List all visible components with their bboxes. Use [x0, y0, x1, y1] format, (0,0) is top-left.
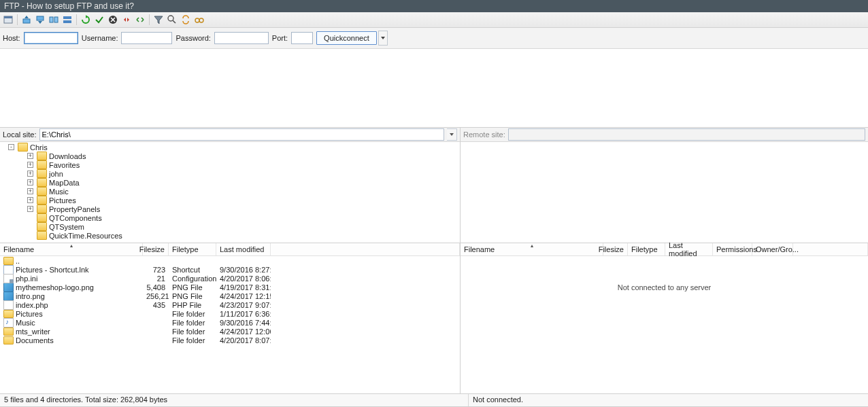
filter-icon[interactable]	[152, 14, 165, 26]
col-filesize[interactable]: Filesize	[603, 243, 628, 255]
expander-icon[interactable]: +	[27, 188, 33, 194]
quickconnect-button[interactable]: Quickconnect	[316, 31, 377, 45]
upload-icon[interactable]	[20, 14, 33, 26]
expander-icon[interactable]: +	[27, 197, 33, 203]
process-icon[interactable]	[93, 14, 105, 26]
col-lastmod[interactable]: Last modified	[665, 243, 713, 255]
tree-item[interactable]: +john	[27, 169, 460, 178]
expander-icon[interactable]: +	[27, 206, 33, 212]
download-icon[interactable]	[34, 14, 46, 26]
main-toolbar	[0, 12, 868, 28]
folder-icon	[37, 152, 47, 160]
password-input[interactable]	[214, 32, 269, 44]
compare-icon[interactable]	[166, 14, 178, 26]
expander-icon[interactable]: +	[27, 171, 33, 177]
tree-item[interactable]: +PropertyPanels	[27, 205, 460, 213]
remote-tree[interactable]	[461, 142, 868, 243]
expander-icon[interactable]: -	[8, 144, 14, 150]
disconnect-icon[interactable]	[120, 14, 133, 26]
reconnect-icon[interactable]	[134, 14, 146, 26]
file-row[interactable]: MusicFile folder9/30/2016 7:44:57 ...	[0, 318, 460, 327]
file-name: ..	[16, 257, 20, 265]
col-lastmod[interactable]: Last modified	[216, 243, 271, 255]
file-name: mts_writer	[16, 328, 50, 336]
username-label: Username:	[82, 34, 118, 42]
local-site-input[interactable]	[39, 128, 444, 141]
tree-item[interactable]: +Downloads	[27, 152, 460, 160]
file-name: Pictures - Shortcut.lnk	[16, 266, 89, 274]
find-icon[interactable]	[193, 14, 205, 26]
svg-rect-1	[4, 16, 12, 18]
tree-item[interactable]: +Pictures	[27, 196, 460, 205]
tree-item[interactable]: QuickTime.Resources	[27, 231, 460, 240]
sync-browse-icon[interactable]	[180, 14, 192, 26]
col-filename[interactable]: Filename▴	[0, 243, 143, 255]
file-row[interactable]: mts_writerFile folder4/24/2017 12:06:54.…	[0, 327, 460, 336]
file-mod: 4/24/2017 12:15:04...	[216, 292, 271, 300]
music-icon	[3, 318, 14, 328]
col-owner[interactable]: Owner/Gro...	[752, 243, 793, 255]
file-row[interactable]: DocumentsFile folder4/20/2017 8:07:31 ..…	[0, 336, 460, 344]
expander-icon[interactable]: +	[27, 179, 33, 185]
message-log[interactable]	[0, 49, 868, 128]
remote-empty-message: Not connected to any server	[461, 256, 868, 291]
tree-item[interactable]: -Chris	[18, 143, 460, 152]
col-filetype[interactable]: Filetype	[628, 243, 665, 255]
remote-file-list[interactable]: Not connected to any server	[461, 256, 868, 393]
sync-icon[interactable]	[48, 14, 60, 26]
file-row[interactable]: intro.png256,217PNG File4/24/2017 12:15:…	[0, 291, 460, 300]
tree-label: Pictures	[49, 196, 76, 205]
refresh-icon[interactable]	[80, 14, 92, 26]
local-site-dropdown[interactable]	[447, 128, 457, 141]
col-filesize[interactable]: Filesize	[143, 243, 169, 255]
local-file-header[interactable]: Filename▴ Filesize Filetype Last modifie…	[0, 243, 460, 256]
file-row[interactable]: php.ini21Configuration ...4/20/2017 8:06…	[0, 274, 460, 283]
file-row[interactable]: ..	[0, 256, 460, 265]
quickconnect-dropdown[interactable]	[378, 31, 388, 46]
local-tree[interactable]: -Chris+Downloads+Favorites+john+MapData+…	[0, 142, 460, 243]
remote-pane: Remote site: Filename▴ Filesize Filetype…	[461, 128, 868, 393]
svg-point-9	[168, 16, 173, 21]
tree-label: Chris	[30, 143, 48, 152]
file-size: 256,217	[143, 292, 169, 300]
col-filetype[interactable]: Filetype	[169, 243, 216, 255]
file-row[interactable]: mythemeshop-logo.png5,408PNG File4/19/20…	[0, 283, 460, 291]
file-type: PNG File	[169, 292, 216, 300]
col-permissions[interactable]: Permissions	[713, 243, 752, 255]
host-input[interactable]	[24, 32, 78, 44]
file-mod: 9/30/2016 8:27:09 ...	[216, 266, 271, 274]
remote-site-bar: Remote site:	[461, 128, 868, 142]
file-row[interactable]: index.php435PHP File4/23/2017 9:07:46 ..…	[0, 300, 460, 309]
file-size: 5,408	[143, 283, 169, 291]
cancel-icon[interactable]	[107, 14, 119, 26]
tree-item[interactable]: QTComponents	[27, 213, 460, 222]
folder-icon	[3, 328, 14, 336]
username-input[interactable]	[121, 32, 172, 44]
tree-item[interactable]: QTSystem	[27, 222, 460, 231]
local-file-list[interactable]: ..Pictures - Shortcut.lnk723Shortcut9/30…	[0, 256, 460, 393]
file-type: File folder	[169, 336, 216, 344]
folder-icon	[37, 187, 47, 196]
tree-item[interactable]: +Music	[27, 187, 460, 196]
svg-rect-3	[37, 16, 44, 20]
col-filename[interactable]: Filename▴	[461, 243, 603, 255]
port-input[interactable]	[291, 32, 313, 44]
tree-label: QTSystem	[49, 223, 84, 231]
expander-icon[interactable]: +	[27, 153, 33, 159]
file-row[interactable]: PicturesFile folder1/11/2017 6:36:13 ...	[0, 309, 460, 318]
local-status: 5 files and 4 directories. Total size: 2…	[0, 394, 469, 406]
tree-label: Music	[49, 188, 69, 196]
tree-item[interactable]: +Favorites	[27, 160, 460, 169]
shortcut-icon	[3, 265, 14, 275]
tree-item[interactable]: +MapData	[27, 178, 460, 187]
file-mod: 4/24/2017 12:06:54...	[216, 328, 271, 336]
folder-icon	[18, 143, 28, 152]
remote-file-header[interactable]: Filename▴ Filesize Filetype Last modifie…	[461, 243, 868, 256]
expander-icon[interactable]: +	[27, 162, 33, 168]
toggle-icon[interactable]	[61, 14, 73, 26]
svg-point-11	[199, 18, 203, 22]
site-manager-icon[interactable]	[2, 14, 14, 26]
folder-icon	[37, 160, 47, 169]
file-row[interactable]: Pictures - Shortcut.lnk723Shortcut9/30/2…	[0, 265, 460, 274]
file-type: PHP File	[169, 301, 216, 309]
